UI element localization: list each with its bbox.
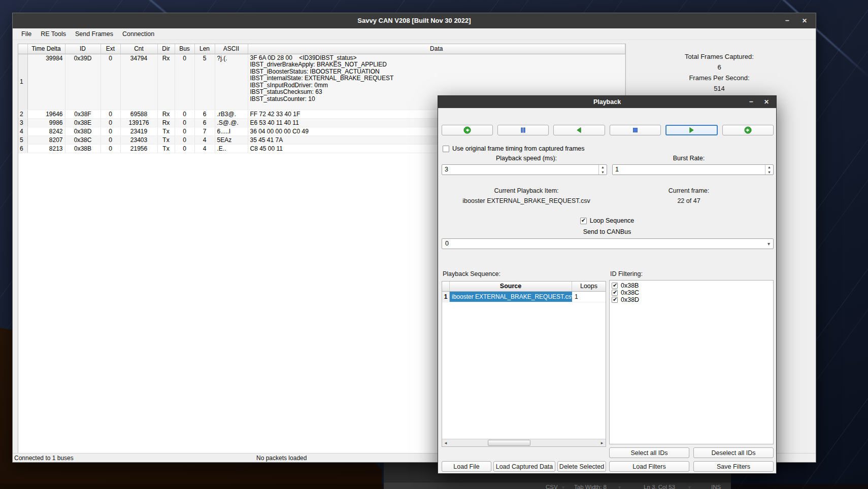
cell-bus[interactable]: 0 [175,144,194,153]
cell-bus[interactable]: 0 [175,135,194,144]
cell-dir[interactable]: Tx [157,135,175,144]
cell-id[interactable]: 0x38F [65,110,101,118]
cell-ascii[interactable]: .rB3@. [215,110,248,118]
cell-dir[interactable]: Rx [157,118,175,127]
cell-dir[interactable]: Rx [157,54,175,110]
cell-ext[interactable]: 0 [101,144,120,153]
main-titlebar[interactable]: Savvy CAN V208 [Built Nov 30 2022] [13,13,816,28]
spin-up-icon[interactable]: ▲ [765,165,773,170]
row-number[interactable]: 5 [18,135,27,144]
playback-titlebar[interactable]: Playback [438,96,776,108]
sequence-source-cell[interactable]: ibooster EXTERNAL_BRAKE_REQUEST.csv [450,292,572,302]
cell-ext[interactable]: 0 [101,54,120,110]
scroll-right-icon[interactable] [598,439,606,446]
col-len[interactable]: Len [194,44,215,54]
cell-len[interactable]: 5 [194,54,215,110]
playback-speed-spinner[interactable]: 3 ▲▼ [442,164,607,175]
col-cnt[interactable]: Cnt [120,44,157,54]
sequence-row-number[interactable]: 1 [442,292,450,302]
cell-id[interactable]: 0x38C [65,135,101,144]
corner-header[interactable] [18,44,27,54]
insert-mode-indicator[interactable]: INS [711,484,721,489]
minimize-button[interactable] [780,13,794,28]
cell-id[interactable]: 0x38D [65,127,101,135]
cell-time-delta[interactable]: 19646 [27,110,65,118]
delete-selected-button[interactable]: Delete Selected [557,461,606,472]
id-filter-checkbox[interactable] [612,290,618,296]
cell-time-delta[interactable]: 8213 [27,144,65,153]
id-filter-checkbox[interactable] [612,297,618,303]
cell-bus[interactable]: 0 [175,127,194,135]
cell-ascii[interactable]: .S@.@. [215,118,248,127]
id-filter-checkbox[interactable] [612,283,618,289]
load-captured-data-button[interactable]: Load Captured Data [493,461,555,472]
step-back-button[interactable] [553,125,605,135]
row-number[interactable]: 3 [18,118,27,127]
cell-len[interactable]: 4 [194,144,215,153]
row-number[interactable]: 1 [18,54,27,110]
cell-ext[interactable]: 0 [101,110,120,118]
spinner-arrows[interactable]: ▲▼ [598,165,607,174]
pause-button[interactable] [497,125,549,135]
cell-ascii[interactable]: 6.....I [215,127,248,135]
col-id[interactable]: ID [65,44,101,54]
cell-bus[interactable]: 0 [175,118,194,127]
source-column-header[interactable]: Source [450,282,572,291]
cell-ext[interactable]: 0 [101,135,120,144]
cell-ascii[interactable]: .E.. [215,144,248,153]
menu-re-tools[interactable]: RE Tools [36,29,71,39]
row-number[interactable]: 2 [18,110,27,118]
col-data[interactable]: Data [248,44,625,54]
sequence-row[interactable]: 1 ibooster EXTERNAL_BRAKE_REQUEST.csv 1 [442,292,606,302]
id-filter-item[interactable]: 0x38C [612,289,773,296]
skip-to-start-button[interactable] [442,125,493,135]
original-timing-checkbox[interactable] [443,146,449,152]
spin-down-icon[interactable]: ▼ [765,170,773,175]
load-file-button[interactable]: Load File [442,461,491,472]
canbus-select[interactable]: 0 [442,238,774,249]
cell-cnt[interactable]: 69588 [120,110,157,118]
cell-cnt[interactable]: 23419 [120,127,157,135]
cell-dir[interactable]: Tx [157,127,175,135]
tab-width-caret-icon[interactable] [618,484,621,489]
spin-down-icon[interactable]: ▼ [599,170,607,175]
col-bus[interactable]: Bus [175,44,194,54]
tab-width-menu[interactable]: Tab Width: 8 [574,484,607,489]
sequence-loops-cell[interactable]: 1 [572,292,606,302]
cell-time-delta[interactable]: 8207 [27,135,65,144]
stop-button[interactable] [610,125,661,135]
close-button[interactable] [797,13,812,28]
cell-id[interactable]: 0x39D [65,54,101,110]
burst-rate-spinner[interactable]: 1 ▲▼ [612,164,774,175]
deselect-all-ids-button[interactable]: Deselect all IDs [693,447,774,458]
cell-len[interactable]: 7 [194,127,215,135]
loops-column-header[interactable]: Loops [572,282,606,291]
cell-time-delta[interactable]: 9986 [27,118,65,127]
cell-cnt[interactable]: 23403 [120,135,157,144]
menu-file[interactable]: File [17,29,36,39]
cursor-position[interactable]: Ln 3, Col 53 [644,484,675,489]
cell-len[interactable]: 6 [194,110,215,118]
original-timing-option[interactable]: Use original frame timing from captured … [443,145,585,152]
cell-bus[interactable]: 0 [175,110,194,118]
skip-to-end-button[interactable] [722,125,774,135]
id-filter-item[interactable]: 0x38D [612,296,773,303]
save-filters-button[interactable]: Save Filters [693,461,774,472]
cell-bus[interactable]: 0 [175,54,194,110]
language-menu[interactable]: CSV [546,484,558,489]
cell-id[interactable]: 0x38B [65,144,101,153]
cell-len[interactable]: 4 [194,135,215,144]
sequence-corner-header[interactable] [442,282,450,291]
play-button[interactable] [665,125,718,135]
scrollbar-thumb[interactable] [488,440,530,446]
menu-send-frames[interactable]: Send Frames [71,29,118,39]
cell-cnt[interactable]: 34794 [120,54,157,110]
cell-time-delta[interactable]: 39984 [27,54,65,110]
spin-up-icon[interactable]: ▲ [599,165,607,170]
cell-ext[interactable]: 0 [101,118,120,127]
horizontal-scrollbar[interactable] [442,439,606,446]
cell-ext[interactable]: 0 [101,127,120,135]
cell-id[interactable]: 0x38E [65,118,101,127]
col-ascii[interactable]: ASCII [215,44,248,54]
playback-close-button[interactable] [760,96,773,108]
